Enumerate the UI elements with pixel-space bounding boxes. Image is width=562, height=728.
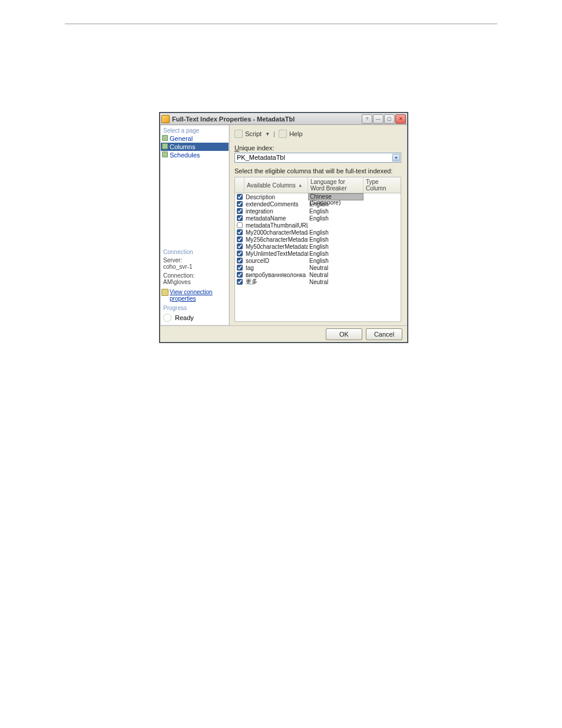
progress-header: Progress bbox=[160, 304, 229, 312]
table-row[interactable]: My256characterMetadataEnglish bbox=[235, 236, 401, 243]
nav-item-schedules[interactable]: Schedules bbox=[160, 151, 229, 159]
eligible-columns-caption: Select the eligible columns that will be… bbox=[234, 167, 401, 174]
table-row[interactable]: metadataThumbnailURL bbox=[235, 222, 401, 229]
nav-item-label: Columns bbox=[170, 143, 195, 150]
page-divider bbox=[65, 24, 497, 24]
progress-status: Ready bbox=[175, 314, 194, 321]
grid-header-available[interactable]: Available Columns ▲ bbox=[244, 177, 308, 193]
nav-item-label: General bbox=[170, 135, 193, 142]
app-icon bbox=[161, 115, 170, 123]
row-checkbox[interactable] bbox=[237, 222, 243, 228]
row-check-cell bbox=[235, 243, 244, 249]
row-language-cell[interactable]: English bbox=[308, 236, 363, 243]
row-language-cell[interactable]: English bbox=[308, 201, 363, 207]
dialog-body: Select a page GeneralColumnsSchedules Co… bbox=[160, 125, 407, 325]
table-row[interactable]: sourceIDEnglish bbox=[235, 257, 401, 264]
script-icon bbox=[234, 130, 243, 138]
help-button[interactable]: Help bbox=[289, 130, 303, 137]
script-dropdown-arrow-icon[interactable]: ▼ bbox=[265, 131, 270, 137]
cancel-button[interactable]: Cancel bbox=[366, 328, 402, 340]
titlebar-buttons: ? — ▢ ✕ bbox=[362, 114, 406, 124]
select-page-header: Select a page bbox=[160, 127, 229, 134]
titlebar-text: Full-Text Index Properties - MetadataTbl bbox=[172, 116, 295, 123]
minimize-button[interactable]: — bbox=[373, 114, 384, 124]
row-checkbox[interactable] bbox=[237, 258, 243, 263]
grid-header-check bbox=[235, 177, 244, 193]
titlebar[interactable]: Full-Text Index Properties - MetadataTbl… bbox=[160, 113, 407, 125]
row-checkbox[interactable] bbox=[237, 201, 243, 207]
row-language-cell[interactable]: Neutral bbox=[308, 272, 363, 278]
progress-spinner-icon bbox=[163, 314, 171, 322]
row-language-cell[interactable]: Neutral bbox=[308, 265, 363, 271]
row-checkbox[interactable] bbox=[237, 251, 243, 256]
row-check-cell bbox=[235, 251, 244, 256]
row-column-name: випробуванняколонка bbox=[244, 272, 308, 278]
unique-index-value: PK_MetadataTbl bbox=[237, 154, 285, 161]
row-checkbox[interactable] bbox=[237, 243, 243, 249]
table-row[interactable]: extendedCommentsEnglish bbox=[235, 200, 401, 207]
connection-label: Connection: AM\gloves bbox=[160, 271, 229, 286]
table-row[interactable]: DescriptionChinese (Singapore) bbox=[235, 193, 401, 200]
nav-item-columns[interactable]: Columns bbox=[160, 143, 229, 151]
grid-header-type[interactable]: Type Column bbox=[363, 177, 401, 193]
maximize-button[interactable]: ▢ bbox=[384, 114, 395, 124]
page-icon bbox=[162, 151, 168, 157]
row-column-name: sourceID bbox=[244, 258, 308, 264]
row-checkbox[interactable] bbox=[237, 279, 243, 285]
columns-grid[interactable]: Available Columns ▲ Language for Word Br… bbox=[234, 177, 401, 322]
row-check-cell bbox=[235, 229, 244, 235]
row-language-cell[interactable]: Chinese (Singapore) bbox=[308, 193, 363, 200]
grid-header-language[interactable]: Language for Word Breaker bbox=[308, 177, 363, 193]
row-language-cell[interactable]: English bbox=[308, 229, 363, 236]
row-check-cell bbox=[235, 272, 244, 278]
row-checkbox[interactable] bbox=[237, 229, 243, 235]
row-column-name: My2000characterMetadata bbox=[244, 229, 308, 236]
row-checkbox[interactable] bbox=[237, 265, 243, 271]
row-checkbox[interactable] bbox=[237, 194, 243, 200]
row-column-name: Description bbox=[244, 194, 308, 200]
row-language-cell[interactable]: English bbox=[308, 215, 363, 222]
table-row[interactable]: 更多Neutral bbox=[235, 278, 401, 285]
row-checkbox[interactable] bbox=[237, 215, 243, 221]
table-row[interactable]: My50characterMetadataEnglish bbox=[235, 243, 401, 250]
unique-index-select[interactable]: PK_MetadataTbl ▼ bbox=[234, 153, 401, 163]
row-language-cell[interactable]: English bbox=[308, 208, 363, 215]
row-column-name: metadataName bbox=[244, 215, 308, 222]
script-button[interactable]: Script bbox=[245, 130, 262, 137]
row-column-name: My50characterMetadata bbox=[244, 243, 308, 250]
row-check-cell bbox=[235, 194, 244, 200]
ok-button[interactable]: OK bbox=[326, 328, 362, 340]
unique-index-label: Unique index: bbox=[234, 144, 401, 152]
row-language-cell[interactable]: English bbox=[308, 251, 363, 257]
toolbar: Script ▼ | Help bbox=[234, 129, 401, 144]
nav-item-general[interactable]: General bbox=[160, 134, 229, 143]
row-language-cell[interactable]: Neutral bbox=[308, 279, 363, 285]
row-column-name: My256characterMetadata bbox=[244, 236, 308, 243]
row-column-name: integration bbox=[244, 208, 308, 215]
view-connection-link[interactable]: View connection properties bbox=[160, 286, 229, 304]
row-column-name: extendedComments bbox=[244, 201, 308, 207]
grid-body: DescriptionChinese (Singapore)extendedCo… bbox=[235, 193, 401, 285]
row-language-cell[interactable]: English bbox=[308, 258, 363, 264]
row-check-cell bbox=[235, 236, 244, 242]
table-row[interactable]: tagNeutral bbox=[235, 264, 401, 271]
row-column-name: 更多 bbox=[244, 278, 308, 286]
table-row[interactable]: MyUnlimtedTextMetadataEnglish bbox=[235, 250, 401, 257]
row-checkbox[interactable] bbox=[237, 236, 243, 242]
fulltext-index-properties-dialog: Full-Text Index Properties - MetadataTbl… bbox=[160, 113, 408, 342]
left-panel: Select a page GeneralColumnsSchedules Co… bbox=[160, 125, 230, 325]
row-language-cell[interactable]: English bbox=[308, 243, 363, 250]
row-checkbox[interactable] bbox=[237, 208, 243, 214]
close-button[interactable]: ✕ bbox=[395, 114, 406, 124]
chevron-down-icon[interactable]: ▼ bbox=[392, 154, 400, 162]
show-help-button[interactable]: ? bbox=[362, 114, 372, 124]
row-checkbox[interactable] bbox=[237, 272, 243, 278]
nav-item-label: Schedules bbox=[170, 151, 200, 159]
row-check-cell bbox=[235, 265, 244, 271]
table-row[interactable]: metadataNameEnglish bbox=[235, 215, 401, 222]
row-check-cell bbox=[235, 279, 244, 285]
table-row[interactable]: integrationEnglish bbox=[235, 207, 401, 215]
page-icon bbox=[162, 135, 168, 141]
table-row[interactable]: My2000characterMetadataEnglish bbox=[235, 229, 401, 236]
row-check-cell bbox=[235, 222, 244, 228]
